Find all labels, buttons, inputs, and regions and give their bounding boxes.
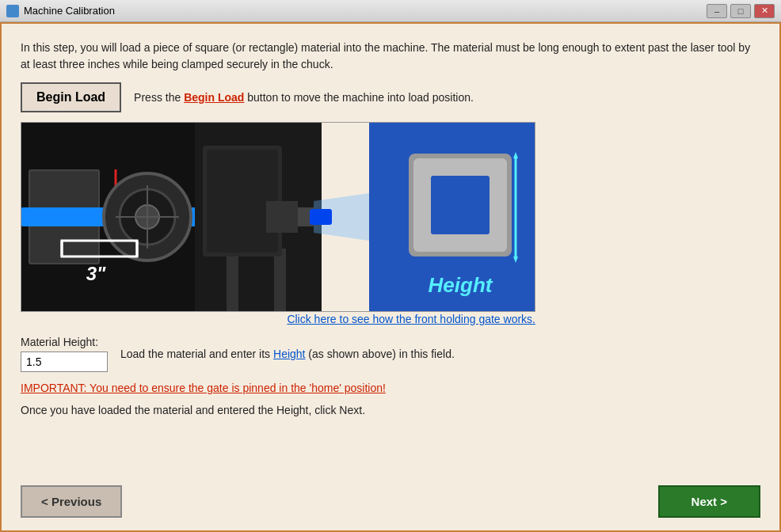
title-bar: Machine Calibration – □ ✕: [0, 0, 781, 22]
instruction-suffix: button to move the machine into load pos…: [244, 91, 474, 104]
important-text: IMPORTANT: You need to ensure the gate i…: [21, 382, 760, 394]
begin-load-instruction-link[interactable]: Begin Load: [184, 91, 244, 104]
app-icon: [6, 5, 19, 17]
svg-rect-21: [266, 201, 298, 233]
illustration-container: 3": [21, 122, 760, 326]
machine-illustration: 3": [21, 122, 535, 312]
svg-rect-24: [310, 209, 332, 225]
instruction-prefix: Press the: [134, 91, 184, 104]
svg-rect-28: [431, 176, 490, 234]
previous-button[interactable]: < Previous: [21, 485, 122, 518]
material-height-label-group: Material Height:: [21, 336, 108, 372]
main-content: In this step, you will load a piece of s…: [0, 22, 781, 532]
close-button[interactable]: ✕: [754, 4, 775, 18]
begin-load-button[interactable]: Begin Load: [21, 82, 121, 112]
begin-load-instruction: Press the Begin Load button to move the …: [134, 91, 474, 104]
once-loaded-text: Once you have loaded the material and en…: [21, 404, 760, 416]
svg-text:Height: Height: [429, 273, 493, 297]
intro-text: In this step, you will load a piece of s…: [21, 40, 760, 73]
window-title: Machine Calibration: [24, 5, 115, 17]
minimize-button[interactable]: –: [707, 4, 727, 18]
material-height-instruction: Load the material and enter its Height (…: [120, 348, 455, 360]
svg-rect-18: [274, 249, 286, 312]
mh-suffix: (as shown above) in this field.: [305, 348, 454, 360]
title-bar-left: Machine Calibration: [6, 5, 115, 17]
holding-gate-link-row: Click here to see how the front holding …: [21, 312, 535, 326]
material-height-row: Material Height: Load the material and e…: [21, 336, 760, 372]
bottom-nav: < Previous Next >: [21, 482, 760, 518]
title-bar-controls[interactable]: – □ ✕: [707, 4, 775, 18]
holding-gate-link[interactable]: Click here to see how the front holding …: [287, 313, 535, 325]
svg-rect-17: [227, 249, 238, 312]
begin-load-row: Begin Load Press the Begin Load button t…: [21, 82, 760, 112]
material-height-label: Material Height:: [21, 336, 108, 348]
maximize-button[interactable]: □: [730, 4, 751, 18]
mh-prefix: Load the material and enter its: [120, 348, 273, 360]
svg-text:3": 3": [86, 263, 106, 284]
next-button[interactable]: Next >: [658, 485, 760, 518]
material-height-input[interactable]: [21, 352, 108, 372]
height-instruction-link[interactable]: Height: [273, 348, 305, 360]
